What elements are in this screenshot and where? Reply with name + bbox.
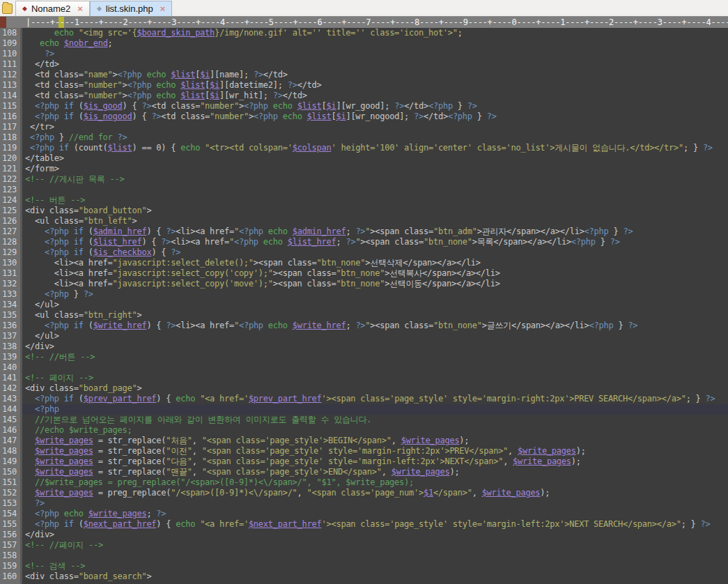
line-number: 128 xyxy=(0,237,22,247)
code-text: <!-- 버튼 --> xyxy=(22,195,728,206)
line-number: 156 xyxy=(0,530,22,540)
line-number: 129 xyxy=(0,247,22,258)
code-line: 147 $write_pages = str_replace("처음", "<s… xyxy=(0,436,728,446)
line-number: 139 xyxy=(0,352,22,362)
code-line: 111 </td> xyxy=(0,59,728,70)
line-number: 118 xyxy=(0,132,22,143)
line-number: 143 xyxy=(0,394,22,404)
code-text: ?> xyxy=(22,49,728,59)
code-text: //기본으로 넘어오는 페이지를 아래와 같이 변환하여 이미지로도 출력할 수… xyxy=(22,415,728,425)
line-number: 160 xyxy=(0,571,22,582)
code-text: </table> xyxy=(22,153,728,164)
code-text: //$write_pages = preg_replace("/<span>([… xyxy=(22,477,728,488)
code-line: 118 <?php } //end for ?> xyxy=(0,132,728,143)
code-line: 114 <td class="number"><?php echo $list[… xyxy=(0,91,728,101)
code-line: 158 xyxy=(0,551,728,561)
code-line: 153 ?> xyxy=(0,498,728,509)
code-text: echo $nobr_end; xyxy=(22,38,728,49)
code-text xyxy=(22,185,728,195)
line-number: 131 xyxy=(0,268,22,279)
code-text: <td class="number"><?php echo $list[$i][… xyxy=(22,80,728,91)
line-number: 148 xyxy=(0,446,22,456)
code-line: 151 //$write_pages = preg_replace("/<spa… xyxy=(0,477,728,488)
tab-bar: ◆ Noname2 × ◆ list.skin.php × xyxy=(0,0,728,17)
code-text: <?php if ($prev_part_href) { echo "<a hr… xyxy=(22,394,728,404)
code-text: <td class="name"><?php echo $list[$i][na… xyxy=(22,70,728,80)
line-number: 152 xyxy=(0,488,22,498)
line-number: 126 xyxy=(0,216,22,226)
code-line: 125<div class="board_button"> xyxy=(0,206,728,216)
code-line: 132 <li><a href="javascript:select_copy(… xyxy=(0,279,728,289)
code-line: 154 <?php echo $write_pages; ?> xyxy=(0,509,728,519)
line-number: 138 xyxy=(0,341,22,352)
code-line: 122<!-- //게시판 목록 --> xyxy=(0,174,728,185)
folder-icon[interactable] xyxy=(2,3,13,14)
line-number: 136 xyxy=(0,321,22,331)
code-text: $write_pages = str_replace("이전", "<span … xyxy=(22,446,728,456)
code-line: 140 xyxy=(0,362,728,373)
tab-label: list.skin.php xyxy=(106,3,153,14)
line-number: 120 xyxy=(0,153,22,164)
line-number: 151 xyxy=(0,477,22,488)
line-number: 130 xyxy=(0,258,22,268)
code-text: $write_pages = preg_replace("/<span>([0-… xyxy=(22,488,728,498)
code-line: 135 <ul class="btn_right"> xyxy=(0,310,728,321)
line-number: 137 xyxy=(0,331,22,341)
line-number: 109 xyxy=(0,38,22,49)
code-text: <li><a href="javascript:select_copy('mov… xyxy=(22,279,728,289)
line-number: 133 xyxy=(0,289,22,300)
close-icon[interactable]: × xyxy=(160,4,166,13)
code-line: 133 <?php } ?> xyxy=(0,289,728,300)
line-number: 158 xyxy=(0,551,22,561)
code-text: </td> xyxy=(22,59,728,70)
code-line: 148 $write_pages = str_replace("이전", "<s… xyxy=(0,446,728,456)
line-number: 114 xyxy=(0,91,22,101)
line-number: 154 xyxy=(0,509,22,519)
code-text: <?php if ($is_nogood) { ?><td class="num… xyxy=(22,112,728,122)
code-text: <?php if ($write_href) { ?><li><a href="… xyxy=(22,321,728,331)
line-number: 116 xyxy=(0,112,22,122)
tab-label: Noname2 xyxy=(31,3,70,14)
code-text: <div class="board_button"> xyxy=(22,206,728,216)
code-line: 159<!-- 검색 --> xyxy=(0,561,728,571)
code-line: 130 <li><a href="javascript:select_delet… xyxy=(0,258,728,268)
line-number: 153 xyxy=(0,498,22,509)
close-icon[interactable]: × xyxy=(77,4,83,13)
ruler-left-marker xyxy=(0,17,6,28)
line-number: 123 xyxy=(0,185,22,195)
line-number: 115 xyxy=(0,101,22,112)
code-line: 117 </tr> xyxy=(0,122,728,132)
code-line: 142<div class="board_page"> xyxy=(0,383,728,394)
tab-noname2[interactable]: ◆ Noname2 × xyxy=(15,1,90,16)
code-text: <?php if ($list_href) { ?><li><a href="<… xyxy=(22,237,728,247)
line-number: 147 xyxy=(0,436,22,446)
line-number: 132 xyxy=(0,279,22,289)
code-text: $write_pages = str_replace("처음", "<span … xyxy=(22,436,728,446)
code-line: 160<div class="board_search"> xyxy=(0,571,728,582)
code-text: <?php } ?> xyxy=(22,289,728,300)
line-number: 113 xyxy=(0,80,22,91)
code-line: 119 <?php if (count($list) == 0) { echo … xyxy=(0,143,728,153)
code-line: 150 $write_pages = str_replace("맨끝", "<s… xyxy=(0,467,728,477)
code-text: </tr> xyxy=(22,122,728,132)
line-number: 157 xyxy=(0,540,22,551)
line-number: 144 xyxy=(0,404,22,415)
code-line: 112 <td class="name"><?php echo $list[$i… xyxy=(0,70,728,80)
code-text: </ul> xyxy=(22,331,728,341)
line-number: 117 xyxy=(0,122,22,132)
code-text: <?php if ($admin_href) { ?><li><a href="… xyxy=(22,226,728,237)
line-number: 121 xyxy=(0,164,22,174)
code-text: </form> xyxy=(22,164,728,174)
code-line: 155 <?php if ($next_part_href) { echo "<… xyxy=(0,519,728,530)
code-line: 141<!-- 페이지 --> xyxy=(0,373,728,383)
code-line: 157<!-- //페이지 --> xyxy=(0,540,728,551)
code-line: 123 xyxy=(0,185,728,195)
code-editor[interactable]: 108 echo "<img src='{$board_skin_path}/i… xyxy=(0,28,728,584)
code-text: echo "<img src='{$board_skin_path}/img/n… xyxy=(22,28,728,38)
code-text: <?php if (count($list) == 0) { echo "<tr… xyxy=(22,143,728,153)
tab-list-skin-php[interactable]: ◆ list.skin.php × xyxy=(90,1,172,16)
code-text: //echo $write_pages; xyxy=(22,425,728,436)
code-text: <div class="board_search"> xyxy=(22,571,728,582)
line-number: 111 xyxy=(0,59,22,70)
code-text: $write_pages = str_replace("다음", "<span … xyxy=(22,456,728,467)
